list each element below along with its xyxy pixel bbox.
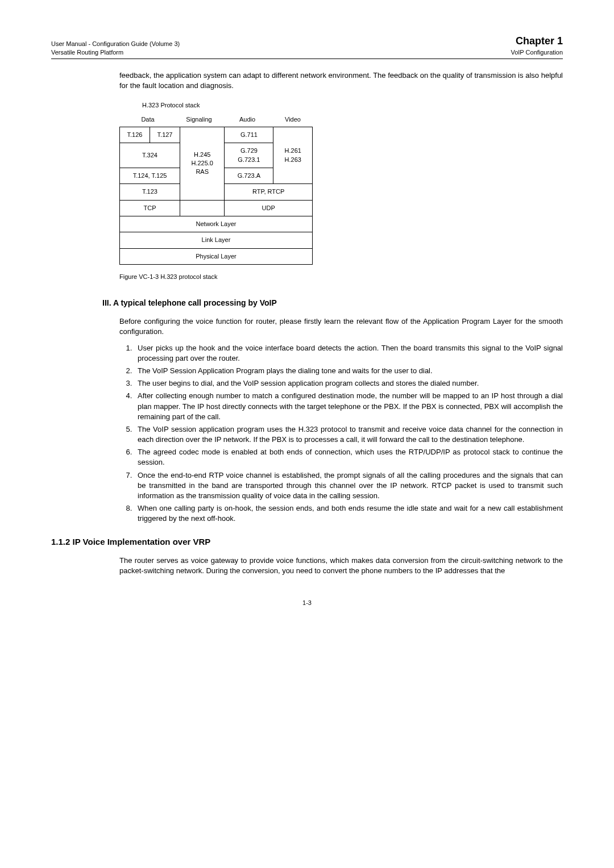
header-left-line1: User Manual - Configuration Guide (Volum… — [51, 40, 180, 48]
list-item: The VoIP session application program use… — [134, 424, 563, 445]
page-header: User Manual - Configuration Guide (Volum… — [51, 34, 563, 59]
cell-blank — [180, 200, 225, 216]
cell-link-layer: Link Layer — [120, 232, 313, 248]
header-left: User Manual - Configuration Guide (Volum… — [51, 40, 180, 57]
header-chapter: Chapter 1 — [511, 34, 563, 48]
cell-g723a: G.723.A — [225, 168, 273, 183]
pre-list-paragraph: Before configuring the voice function fo… — [119, 316, 563, 337]
protocol-stack-diagram: Data Signaling Audio Video T.126 T.127 H… — [119, 115, 563, 265]
cell-network-layer: Network Layer — [120, 216, 313, 232]
cell-g711: G.711 — [225, 127, 273, 143]
intro-paragraph: feedback, the application system can ada… — [119, 70, 563, 91]
header-right: Chapter 1 VoIP Configuration — [511, 34, 563, 57]
cell-physical-layer: Physical Layer — [120, 248, 313, 264]
list-item: The user begins to dial, and the VoIP se… — [134, 378, 563, 389]
header-sub: VoIP Configuration — [511, 48, 563, 57]
list-item: Once the end-to-end RTP voice channel is… — [134, 470, 563, 502]
list-item: When one calling party is on-hook, the s… — [134, 503, 563, 524]
cell-t127: T.127 — [150, 127, 180, 143]
cell-t124-t125: T.124, T.125 — [120, 168, 180, 183]
list-item: The agreed codec mode is enabled at both… — [134, 447, 563, 468]
section-paragraph: The router serves as voice gateway to pr… — [119, 556, 563, 576]
cell-tcp: TCP — [120, 200, 180, 216]
label-audio: Audio — [222, 115, 273, 124]
cell-signaling: H.245 H.225.0 RAS — [180, 127, 225, 200]
cell-udp: UDP — [225, 200, 313, 216]
label-video: Video — [273, 115, 313, 124]
cell-t324: T.324 — [120, 143, 180, 168]
steps-list: User picks up the hook and the voice int… — [119, 343, 563, 524]
figure-top-caption: H.323 Protocol stack — [142, 101, 563, 110]
list-item: The VoIP Session Application Program pla… — [134, 366, 563, 376]
cell-t123: T.123 — [120, 184, 180, 200]
figure-bottom-caption: Figure VC-1-3 H.323 protocol stack — [119, 273, 563, 281]
list-item: User picks up the hook and the voice int… — [134, 343, 563, 364]
label-signaling: Signaling — [176, 115, 222, 124]
cell-rtp-rtcp: RTP, RTCP — [225, 184, 313, 200]
section-heading-1-1-2: 1.1.2 IP Voice Implementation over VRP — [51, 536, 563, 548]
subheading-iii: III. A typical telephone call processing… — [102, 298, 563, 309]
protocol-stack-table: T.126 T.127 H.245 H.225.0 RAS G.711 H.26… — [119, 127, 313, 265]
cell-t126: T.126 — [120, 127, 150, 143]
header-left-line2: Versatile Routing Platform — [51, 48, 180, 57]
list-item: After collecting enough number to match … — [134, 391, 563, 422]
cell-g729-g7231: G.729 G.723.1 — [225, 143, 273, 168]
cell-h261-h263: H.261 H.263 — [273, 127, 313, 184]
label-data: Data — [119, 115, 176, 124]
stack-column-labels: Data Signaling Audio Video — [119, 115, 313, 124]
page-number: 1-3 — [51, 599, 563, 607]
